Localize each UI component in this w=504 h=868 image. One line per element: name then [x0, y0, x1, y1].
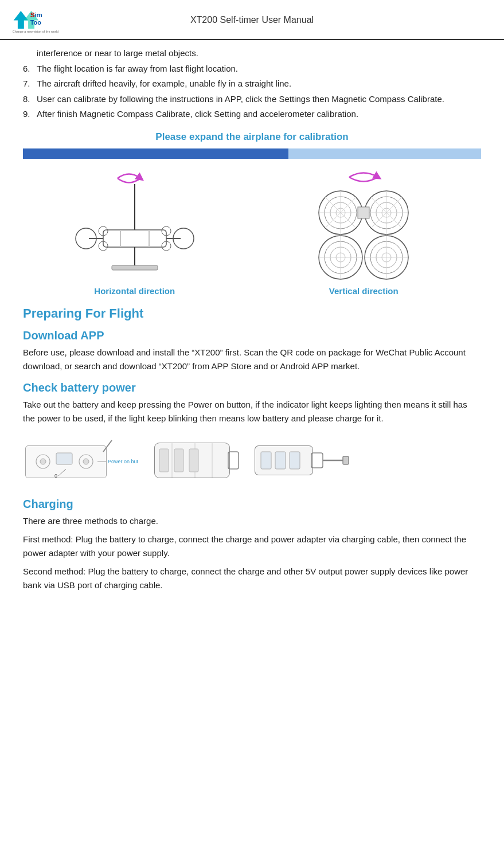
download-app-body: Before use, please download and install … [23, 346, 481, 373]
horizontal-drone-svg [72, 167, 198, 281]
list-item-7: 7. The aircraft drifted heavily, for exa… [23, 77, 481, 91]
battery-controller-svg: Power on button 0 [23, 435, 138, 486]
svg-text:Too: Too [30, 19, 41, 26]
svg-rect-77 [343, 456, 349, 464]
svg-rect-72 [261, 452, 271, 469]
svg-rect-74 [290, 452, 300, 469]
svg-rect-36 [358, 207, 369, 218]
calibration-section: Please expand the airplane for calibrati… [23, 131, 481, 296]
charging-line2: First method: Plug the battery to charge… [23, 533, 481, 560]
svg-point-52 [40, 459, 46, 464]
battery-diagrams: Power on button 0 [23, 435, 481, 486]
preparing-heading: Preparing For Flight [23, 306, 481, 321]
progress-empty [288, 148, 481, 159]
calibration-diagrams: Horizontal direction [23, 167, 481, 296]
download-app-heading: Download APP [23, 329, 481, 342]
check-battery-section: Check battery power Take out the battery… [23, 381, 481, 486]
svg-text:Power on button: Power on button [108, 459, 138, 464]
progress-fill [23, 148, 288, 159]
svg-rect-68 [174, 449, 183, 472]
svg-rect-69 [189, 449, 198, 472]
main-content: interference or near to large metal obje… [0, 40, 504, 608]
charging-section: Charging There are three methods to char… [23, 498, 481, 592]
progress-bar [23, 148, 481, 159]
svg-rect-19 [112, 265, 158, 270]
header: S im Too Change a new vision of the worl… [0, 0, 504, 40]
logo-area: S im Too Change a new vision of the worl… [11, 6, 103, 34]
header-title: XT200 Self-timer User Manual [103, 15, 401, 25]
svg-rect-73 [275, 452, 286, 469]
preparing-section: Preparing For Flight [23, 306, 481, 321]
vertical-label: Vertical direction [329, 286, 398, 296]
charging-line3: Second method: Plug the battery to charg… [23, 565, 481, 592]
svg-text:Change a new vision of the wor: Change a new vision of the world [13, 30, 58, 33]
check-battery-body: Take out the battery and keep pressing t… [23, 398, 481, 425]
svg-rect-55 [56, 453, 72, 464]
charging-heading: Charging [23, 498, 481, 511]
download-app-section: Download APP Before use, please download… [23, 329, 481, 373]
vertical-diagram: Vertical direction [295, 167, 432, 296]
battery-pack-svg [149, 435, 241, 486]
list-item-8: 8. User can calibrate by following the i… [23, 93, 481, 106]
svg-rect-67 [159, 449, 169, 472]
calibration-title: Please expand the airplane for calibrati… [23, 131, 481, 143]
svg-text:0: 0 [54, 473, 57, 479]
horizontal-label: Horizontal direction [94, 286, 175, 296]
charging-line1: There are three methods to charge. [23, 514, 481, 528]
list-item-6: 6. The flight location is far away from … [23, 62, 481, 76]
numbered-list: interference or near to large metal obje… [23, 47, 481, 121]
check-battery-heading: Check battery power [23, 381, 481, 394]
horizontal-diagram: Horizontal direction [72, 167, 198, 296]
list-item-intro: interference or near to large metal obje… [23, 47, 481, 60]
simtoo-logo: S im Too Change a new vision of the worl… [11, 6, 69, 34]
vertical-drone-svg [295, 167, 432, 281]
list-item-9: 9. After finish Magnetic Compass Calibra… [23, 108, 481, 121]
charging-svg [252, 435, 350, 486]
svg-point-54 [83, 459, 89, 464]
svg-text:im: im [34, 11, 42, 19]
svg-rect-7 [103, 230, 166, 247]
